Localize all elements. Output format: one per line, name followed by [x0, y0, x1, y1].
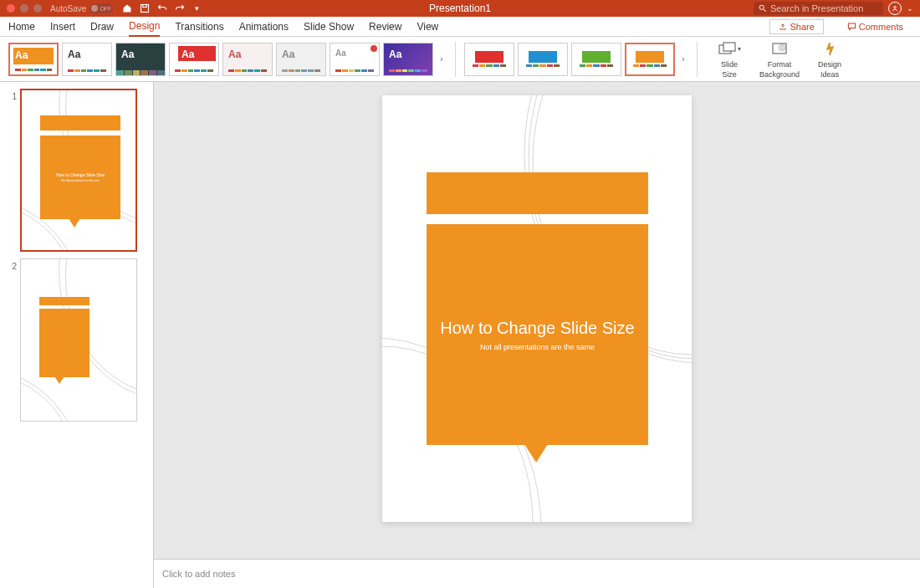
maximize-button[interactable]	[33, 4, 42, 13]
format-bg-label-1: Format	[768, 60, 792, 69]
canvas-scroll[interactable]: How to Change Slide Size Not all present…	[154, 82, 920, 559]
variant-orange[interactable]	[625, 43, 675, 76]
tab-view[interactable]: View	[417, 18, 438, 36]
tab-design[interactable]: Design	[129, 17, 160, 37]
home-icon[interactable]	[121, 3, 132, 14]
share-label: Share	[790, 22, 814, 32]
slide-thumbnail-panel[interactable]: 1 How to Change Slide Size Not all prese…	[0, 82, 154, 588]
slide-thumbnail-2[interactable]	[20, 258, 137, 422]
title-right: Search in Presentation ⌄	[754, 2, 913, 15]
theme-option-5[interactable]: Aa	[222, 43, 273, 76]
search-icon	[759, 4, 767, 13]
tab-draw[interactable]: Draw	[90, 18, 114, 36]
undo-icon[interactable]	[156, 3, 167, 14]
svg-rect-5	[723, 43, 735, 51]
workspace: 1 How to Change Slide Size Not all prese…	[0, 82, 920, 588]
comments-button[interactable]: Comments	[839, 20, 912, 33]
more-variants-button[interactable]: ›	[678, 54, 688, 64]
tab-review[interactable]: Review	[369, 18, 401, 36]
theme-option-6[interactable]: Aa	[276, 43, 326, 76]
notes-input[interactable]: Click to add notes	[154, 559, 920, 588]
ribbon-separator	[455, 42, 456, 77]
speech-tail-icon	[524, 444, 548, 463]
search-placeholder: Search in Presentation	[770, 3, 863, 13]
titlebar: AutoSave OFF ▾ Presentation1 Search in P…	[0, 0, 920, 17]
variant-blue[interactable]	[518, 43, 568, 76]
save-icon[interactable]	[139, 3, 150, 14]
minimize-button[interactable]	[20, 4, 28, 13]
format-background-icon	[771, 40, 788, 59]
customize-qat-icon[interactable]: ▾	[192, 3, 202, 14]
svg-point-3	[894, 7, 897, 9]
slide-size-button[interactable]: ▾ Slide Size	[706, 40, 753, 79]
window-title: Presentation1	[429, 3, 491, 14]
ribbon-tabs: Home Insert Draw Design Transitions Anim…	[0, 17, 920, 37]
slide-size-label-1: Slide	[721, 60, 738, 69]
theme-option-4[interactable]: Aa	[169, 43, 219, 76]
search-input[interactable]: Search in Presentation	[754, 2, 883, 15]
tab-home[interactable]: Home	[8, 18, 35, 36]
close-button[interactable]	[7, 4, 15, 13]
design-ideas-label-2: Ideas	[820, 70, 839, 79]
tab-animations[interactable]: Animations	[239, 18, 289, 36]
canvas-area: How to Change Slide Size Not all present…	[154, 82, 920, 588]
slide-title[interactable]: How to Change Slide Size	[440, 319, 634, 338]
share-button[interactable]: Share	[769, 19, 823, 34]
design-ideas-icon	[822, 40, 837, 59]
window-buttons	[7, 4, 42, 13]
design-ideas-button[interactable]: Design Ideas	[806, 40, 853, 79]
tab-insert[interactable]: Insert	[50, 18, 75, 36]
slide-thumbnail-1[interactable]: How to Change Slide Size Not all present…	[20, 89, 137, 252]
comment-icon	[847, 22, 856, 31]
design-ideas-label-1: Design	[818, 60, 841, 69]
svg-rect-1	[143, 5, 147, 8]
slide-number-2: 2	[10, 258, 17, 271]
slide-number-1: 1	[10, 89, 17, 101]
slide-canvas[interactable]: How to Change Slide Size Not all present…	[382, 95, 692, 522]
share-icon	[779, 23, 787, 31]
variant-red[interactable]	[464, 43, 514, 76]
svg-point-7	[779, 44, 785, 51]
user-account-icon[interactable]	[888, 2, 902, 15]
autosave-toggle[interactable]: AutoSave OFF	[50, 3, 113, 13]
tab-slideshow[interactable]: Slide Show	[304, 18, 354, 36]
theme-option-2[interactable]: Aa	[62, 43, 112, 76]
redo-icon[interactable]	[174, 3, 185, 14]
theme-option-1[interactable]: Aa	[8, 43, 59, 76]
format-bg-label-2: Background	[759, 70, 800, 79]
mini-slide-subtitle: Not all presentations are the same	[61, 179, 100, 182]
theme-option-7[interactable]: Aa	[330, 43, 380, 76]
notes-placeholder: Click to add notes	[162, 569, 235, 579]
autosave-switch-icon: OFF	[89, 3, 113, 13]
theme-option-8[interactable]: Aa	[383, 43, 433, 76]
comments-label: Comments	[859, 22, 903, 32]
slide-subtitle[interactable]: Not all presentations are the same	[480, 343, 595, 351]
variant-green[interactable]	[571, 43, 621, 76]
ribbon-separator-2	[697, 42, 698, 77]
slide-size-label-2: Size	[722, 70, 737, 79]
mini-slide-title: How to Change Slide Size	[56, 172, 105, 177]
slide-size-icon: ▾	[718, 40, 741, 59]
svg-rect-0	[141, 5, 148, 13]
theme-option-3[interactable]: Aa	[115, 43, 166, 76]
svg-point-2	[759, 5, 764, 9]
format-background-button[interactable]: Format Background	[756, 40, 803, 79]
slide-thumbnail-row-1: 1 How to Change Slide Size Not all prese…	[10, 89, 143, 252]
chevron-down-icon[interactable]: ⌄	[907, 4, 913, 13]
autosave-label: AutoSave	[50, 4, 86, 13]
quick-access-toolbar: ▾	[121, 3, 202, 14]
more-themes-button[interactable]: ›	[437, 54, 447, 64]
slide-thumbnail-row-2: 2	[10, 258, 143, 422]
ribbon-design: Aa Aa Aa Aa Aa Aa Aa Aa ›	[0, 37, 920, 82]
tab-transitions[interactable]: Transitions	[175, 18, 223, 36]
